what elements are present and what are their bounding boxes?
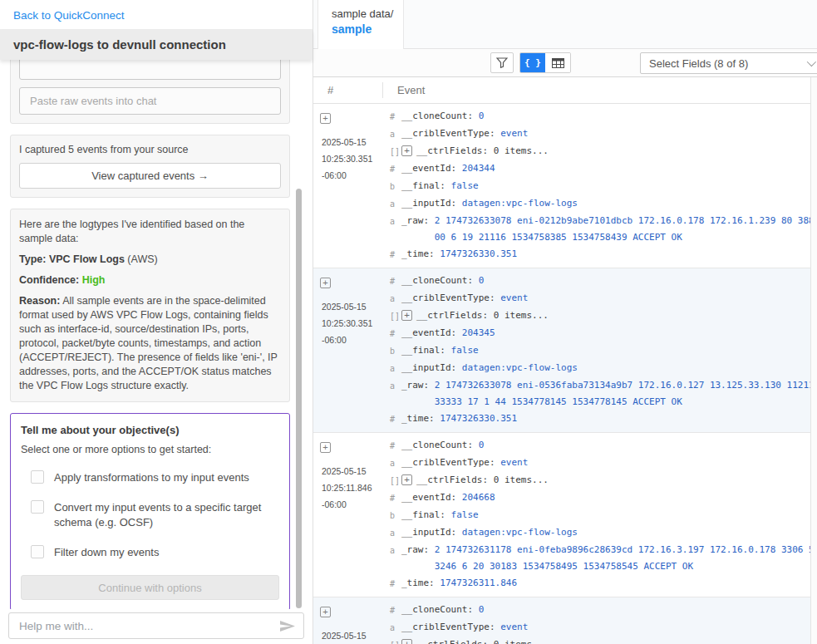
- checkbox-convert[interactable]: [31, 500, 44, 514]
- field-value: 0 items...: [494, 472, 549, 489]
- field-key: _time:: [401, 410, 440, 428]
- expand-event-icon[interactable]: +: [320, 278, 331, 288]
- event-fields-cell: #__cloneCount: 0a__criblEventType: event…: [382, 433, 817, 597]
- view-captured-events-button[interactable]: View captured events →: [19, 163, 281, 189]
- checkbox-transform[interactable]: [31, 470, 44, 484]
- option-label: Filter down my events: [54, 545, 159, 560]
- field-type-icon: a: [390, 213, 401, 246]
- field-key: __ctrlFields:: [416, 637, 494, 644]
- field-value: 0: [479, 602, 485, 619]
- event-table-header: # Event: [313, 77, 817, 104]
- field-key: __eventId:: [401, 325, 462, 342]
- continue-with-options-button[interactable]: Continue with options: [21, 575, 279, 600]
- field-key: _time:: [401, 246, 440, 263]
- event-field-line: a_raw: 2 174732633078 eni-0212b9abe7101d…: [390, 213, 815, 246]
- chat-bubble-captured: I captured 5 events from your source Vie…: [10, 135, 290, 198]
- chat-scrollbar[interactable]: [296, 189, 302, 608]
- send-icon[interactable]: [280, 620, 295, 632]
- event-field-line: #_time: 1747326330.351: [390, 410, 815, 428]
- logtype-reason: Reason: All sample events are in the spa…: [19, 294, 281, 393]
- field-type-icon: a: [390, 542, 401, 575]
- event-field-line: []+__ctrlFields: 0 items...: [390, 143, 815, 160]
- expand-event-icon[interactable]: +: [320, 442, 331, 453]
- event-field-line: []+__ctrlFields: 0 items...: [390, 472, 815, 489]
- expand-field-icon[interactable]: +: [401, 474, 412, 485]
- event-field-line: a__criblEventType: event: [390, 125, 815, 143]
- option-label: Apply transformations to my input events: [54, 470, 249, 485]
- event-field-line: #_time: 1747326330.351: [390, 246, 815, 263]
- event-field-line: #_time: 1747326311.846: [390, 575, 815, 592]
- field-value: 0: [479, 437, 485, 455]
- back-to-quickconnect-link[interactable]: Back to QuickConnect: [13, 9, 125, 22]
- field-type-icon: a: [390, 619, 401, 637]
- expand-event-icon[interactable]: +: [320, 113, 331, 124]
- chat-input[interactable]: Help me with...: [8, 612, 304, 639]
- table-view-button[interactable]: [545, 53, 570, 72]
- reason-text: All sample events are in the space-delim…: [19, 295, 278, 391]
- event-table-scrollbar[interactable]: [810, 77, 817, 644]
- field-value: event: [500, 619, 528, 637]
- field-value: 2 174732633078 eni-0212b9abe7101dbcb 172…: [435, 213, 815, 246]
- table-row: + 2025-05-1510:25:11.846-06:00 #__cloneC…: [313, 597, 817, 644]
- field-value: 0 items...: [494, 143, 549, 160]
- event-field-line: #__cloneCount: 0: [390, 273, 815, 290]
- logtype-type-rest: (AWS): [127, 253, 157, 265]
- field-key: __inputId:: [401, 360, 462, 377]
- event-timestamp: 2025-05-1510:25:30.351-06:00: [322, 298, 382, 348]
- field-value: event: [500, 125, 528, 143]
- event-field-line: []+__ctrlFields: 0 items...: [390, 307, 815, 325]
- event-field-line: #__eventId: 204668: [390, 489, 815, 507]
- field-type-icon: []: [390, 143, 401, 160]
- filter-button[interactable]: [490, 52, 514, 73]
- objectives-title: Tell me about your objective(s): [21, 424, 279, 436]
- field-type-icon: []: [390, 472, 401, 489]
- event-timestamp: 2025-05-1510:25:30.351-06:00: [322, 134, 382, 184]
- objectives-card: Tell me about your objective(s) Select o…: [10, 413, 290, 609]
- expand-field-icon[interactable]: +: [401, 639, 412, 644]
- event-field-line: a__criblEventType: event: [390, 290, 815, 307]
- expand-event-icon[interactable]: +: [320, 607, 331, 617]
- clipped-upload-button[interactable]: [19, 60, 281, 80]
- column-separator: [382, 82, 383, 98]
- checkbox-filter[interactable]: [31, 545, 44, 558]
- field-type-icon: a: [390, 195, 401, 213]
- json-view-button[interactable]: { }: [520, 53, 545, 72]
- paste-raw-events-input[interactable]: Paste raw events into chat: [19, 87, 281, 115]
- objective-option-transform: Apply transformations to my input events: [21, 470, 279, 485]
- logtype-intro: Here are the logtypes I've identified ba…: [19, 218, 281, 246]
- field-key: __criblEventType:: [401, 619, 500, 637]
- expand-field-icon[interactable]: +: [401, 310, 412, 321]
- reason-label: Reason:: [19, 295, 60, 307]
- chat-bubble-logtype: Here are the logtypes I've identified ba…: [10, 209, 290, 402]
- field-value: 204668: [462, 489, 495, 507]
- field-type-icon: #: [390, 325, 401, 342]
- column-header-event: Event: [397, 84, 425, 96]
- logtype-confidence-line: Confidence: High: [19, 273, 281, 288]
- field-value: 0: [479, 108, 485, 125]
- confidence-label: Confidence:: [19, 274, 79, 286]
- preview-toolbar: { } Select Fields (8 of 8): [313, 49, 817, 77]
- field-value: 0: [479, 273, 485, 290]
- field-type-icon: b: [390, 507, 401, 524]
- field-value: false: [451, 342, 479, 360]
- event-field-line: #__cloneCount: 0: [390, 437, 815, 455]
- event-field-line: #__eventId: 204345: [390, 325, 815, 342]
- field-key: __criblEventType:: [401, 125, 500, 143]
- field-type-icon: #: [390, 437, 401, 455]
- field-key: __ctrlFields:: [416, 472, 494, 489]
- back-bar: Back to QuickConnect: [0, 0, 313, 30]
- field-key: __eventId:: [401, 489, 462, 507]
- event-fields-cell: #__cloneCount: 0a__criblEventType: event…: [382, 268, 817, 432]
- table-row: + 2025-05-1510:25:30.351-06:00 #__cloneC…: [313, 268, 817, 433]
- tab-path-label: sample data/: [332, 7, 403, 20]
- field-type-icon: a: [390, 360, 401, 377]
- expand-field-icon[interactable]: +: [401, 145, 412, 156]
- event-fields-cell: #__cloneCount: 0a__criblEventType: event…: [382, 597, 817, 644]
- page-title: vpc-flow-logs to devnull connection: [0, 30, 313, 60]
- field-value: 2 174732633078 eni-0536faba73134a9b7 172…: [435, 377, 815, 410]
- view-mode-toggle: { }: [519, 52, 571, 73]
- tab-sample-data[interactable]: sample data/ sample: [317, 0, 404, 49]
- event-meta-cell: + 2025-05-1510:25:11.846-06:00: [313, 433, 382, 597]
- select-fields-dropdown[interactable]: Select Fields (8 of 8): [640, 52, 817, 74]
- field-type-icon: #: [390, 489, 401, 507]
